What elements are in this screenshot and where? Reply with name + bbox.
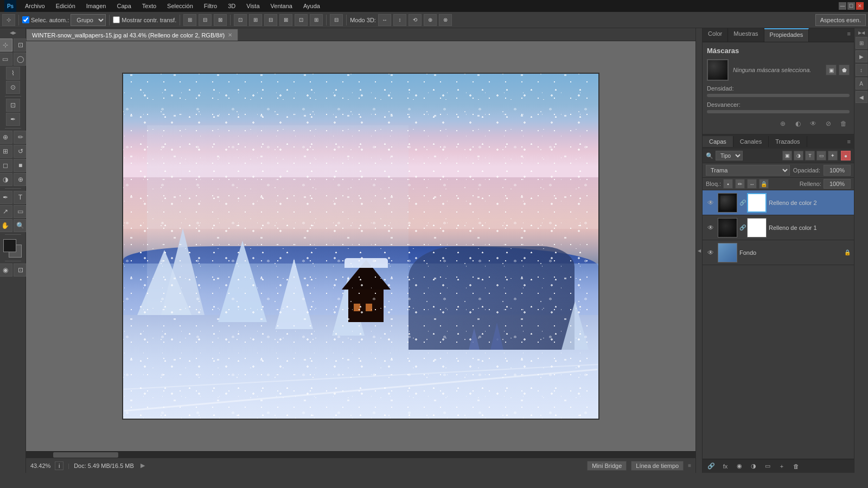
table-row[interactable]: 👁 🔗 Relleno de color 1	[703, 215, 854, 240]
menu-seleccion[interactable]: Selección	[163, 2, 197, 10]
layer-panel-options[interactable]: ≡	[844, 136, 854, 147]
move-tool[interactable]: ⊹	[0, 38, 12, 52]
show-transform-checkbox[interactable]	[113, 16, 120, 23]
align-center-h-button[interactable]: ⊟	[199, 14, 212, 26]
maximize-button[interactable]: ☐	[847, 2, 855, 10]
layer-mask-btn[interactable]: ◉	[734, 461, 745, 472]
gradient-tool[interactable]: ■	[14, 159, 28, 172]
align-right-button[interactable]: ⊠	[214, 14, 227, 26]
canvas-rt-btn-1[interactable]: ⊞	[856, 37, 867, 49]
layer-visibility-3[interactable]: 👁	[706, 248, 716, 258]
menu-texto[interactable]: Texto	[138, 2, 161, 10]
tab-propiedades[interactable]: Propiedades	[764, 28, 809, 42]
layer-fx-btn[interactable]: fx	[720, 461, 731, 472]
tab-color[interactable]: Color	[703, 28, 728, 42]
quick-selection-tool[interactable]: ⊙	[6, 81, 20, 94]
tab-trazados[interactable]: Trazados	[769, 136, 807, 147]
linea-de-tiempo-button[interactable]: Línea de tiempo	[631, 461, 684, 471]
mask-invert-btn[interactable]: ◐	[792, 118, 804, 130]
left-toolbar-collapse[interactable]: ◀▶	[10, 30, 16, 35]
clone-stamp-tool[interactable]: ⊞	[0, 145, 12, 158]
mask-refine-btn[interactable]: ⊕	[777, 118, 789, 130]
tab-capas[interactable]: Capas	[703, 136, 733, 147]
marquee-ellipse-tool[interactable]: ◯	[14, 53, 28, 66]
quick-mask-tool[interactable]: ◉	[0, 264, 12, 277]
table-row[interactable]: 👁 Fondo 🔒	[703, 240, 854, 265]
pen-tool[interactable]: ✒	[0, 191, 12, 204]
panel-options-icon[interactable]: ≡	[688, 463, 691, 468]
selec-autom-checkbox[interactable]	[22, 16, 29, 23]
mask-delete-btn[interactable]: 🗑	[838, 118, 850, 130]
horizontal-scrollbar[interactable]	[26, 451, 695, 458]
menu-ventana[interactable]: Ventana	[266, 2, 297, 10]
lasso-tool[interactable]: ⌇	[6, 67, 20, 80]
menu-archivo[interactable]: Archivo	[21, 2, 49, 10]
mask-pixel-btn[interactable]: ▣	[826, 65, 837, 75]
brush-tool[interactable]: ✏	[14, 131, 28, 144]
tab-close-button[interactable]: ✕	[228, 32, 232, 38]
menu-vista[interactable]: Vista	[242, 2, 264, 10]
canvas-rt-btn-3[interactable]: ↕	[856, 64, 867, 76]
screen-mode-tool[interactable]: ⊡	[14, 264, 28, 277]
mask-vector-btn[interactable]: ⬟	[839, 65, 850, 75]
panel-collapse-arrow[interactable]: ◀	[695, 28, 702, 473]
zoom-tool-2[interactable]: 🔍	[14, 219, 28, 232]
canvas-rt-btn-2[interactable]: ▶	[856, 50, 867, 62]
eraser-tool[interactable]: ◻	[0, 159, 12, 172]
menu-imagen[interactable]: Imagen	[82, 2, 111, 10]
filter-text-btn[interactable]: T	[805, 151, 815, 160]
filter-type-dropdown[interactable]: Tipo	[716, 151, 743, 160]
blend-mode-dropdown[interactable]: Trama	[706, 165, 790, 176]
selec-autom-dropdown[interactable]: Grupo Capa	[71, 14, 106, 26]
filter-pixel-btn[interactable]: ▣	[782, 151, 792, 160]
move-tool-options[interactable]: ⊹	[2, 14, 15, 26]
foreground-color-box[interactable]	[3, 239, 16, 252]
filter-smart-btn[interactable]: ✦	[828, 151, 838, 160]
align-top-button[interactable]: ⊡	[234, 14, 247, 26]
eyedropper-tool[interactable]: ✒	[6, 113, 20, 126]
mini-bridge-button[interactable]: Mini Bridge	[587, 461, 627, 471]
distribute-center-button[interactable]: ⊡	[295, 14, 308, 26]
fill-input[interactable]	[824, 179, 851, 189]
canvas-rt-btn-4[interactable]: A	[856, 78, 867, 89]
layer-link-btn[interactable]: 🔗	[706, 461, 717, 472]
opacity-input[interactable]	[824, 165, 851, 176]
history-brush-tool[interactable]: ↺	[14, 145, 28, 158]
shape-tool[interactable]: ▭	[14, 205, 28, 218]
tab-muestras[interactable]: Muestras	[728, 28, 764, 42]
mask-visibility-btn[interactable]: 👁	[807, 118, 819, 130]
modo3d-btn3[interactable]: ⟲	[409, 14, 422, 26]
lock-all-btn[interactable]: 🔒	[759, 179, 769, 189]
tab-canales[interactable]: Canales	[733, 136, 769, 147]
aspects-button[interactable]: Aspectos esen.	[815, 14, 866, 26]
top-panel-close[interactable]: ≡	[844, 28, 854, 42]
density-slider[interactable]	[707, 94, 850, 97]
modo3d-btn2[interactable]: ↕	[393, 14, 406, 26]
hand-tool[interactable]: ✋	[0, 219, 12, 232]
close-button[interactable]: ✕	[856, 2, 864, 10]
text-tool[interactable]: T	[14, 191, 28, 204]
minimize-button[interactable]: —	[839, 2, 846, 10]
zoom-tool[interactable]: ⊕	[14, 173, 28, 186]
crop-tool[interactable]: ⊡	[6, 99, 20, 112]
dodge-tool[interactable]: ◑	[0, 173, 12, 186]
lock-paint-btn[interactable]: ✏	[735, 179, 745, 189]
zoom-info-btn[interactable]: i	[55, 461, 63, 470]
align-bottom-button[interactable]: ⊟	[264, 14, 277, 26]
right-collapse[interactable]: ▶◀	[858, 30, 865, 35]
filter-adjust-btn[interactable]: ◑	[794, 151, 803, 160]
menu-ayuda[interactable]: Ayuda	[299, 2, 324, 10]
filter-shape-btn[interactable]: ▭	[816, 151, 826, 160]
horizontal-scrollbar-thumb[interactable]	[53, 452, 118, 458]
layer-adjust-btn[interactable]: ◑	[748, 461, 759, 472]
layer-delete-btn[interactable]: 🗑	[790, 461, 801, 472]
transform-icon[interactable]: ⊟	[330, 14, 343, 26]
layer-group-btn[interactable]: ▭	[762, 461, 773, 472]
filter-toggle-btn[interactable]: ●	[841, 151, 851, 160]
align-middle-button[interactable]: ⊞	[249, 14, 262, 26]
menu-filtro[interactable]: Filtro	[200, 2, 221, 10]
desvanecer-slider[interactable]	[707, 110, 850, 113]
layer-visibility-2[interactable]: 👁	[706, 223, 716, 233]
modo3d-btn4[interactable]: ⊕	[424, 14, 437, 26]
doc-info-arrow[interactable]: ▶	[138, 461, 147, 470]
